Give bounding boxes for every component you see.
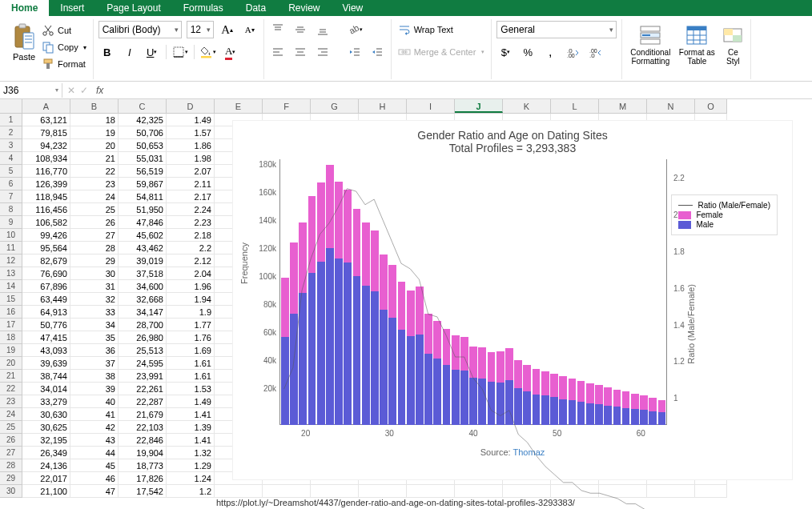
conditional-formatting-button[interactable]: Conditional Formatting [627, 21, 673, 78]
cell-D12[interactable]: 2.12 [167, 254, 215, 267]
col-header-E[interactable]: E [215, 99, 263, 113]
italic-button[interactable]: I [121, 43, 139, 61]
cell-B8[interactable]: 25 [70, 203, 119, 216]
cell-D29[interactable]: 1.24 [167, 472, 215, 485]
col-header-I[interactable]: I [407, 99, 455, 113]
cell-D21[interactable]: 1.61 [167, 370, 215, 383]
cell-C6[interactable]: 59,867 [119, 178, 167, 190]
cell-B27[interactable]: 44 [70, 447, 119, 459]
cell-A4[interactable]: 108,934 [22, 152, 70, 165]
cell-D19[interactable]: 1.69 [167, 344, 215, 357]
cell-A2[interactable]: 79,815 [22, 126, 70, 139]
cell-B21[interactable]: 38 [70, 370, 119, 383]
row-header-11[interactable]: 11 [0, 242, 22, 254]
cell-C24[interactable]: 21,679 [119, 408, 167, 421]
cell-C22[interactable]: 22,261 [119, 383, 167, 395]
cell-D1[interactable]: 1.49 [167, 114, 215, 126]
col-header-B[interactable]: B [70, 99, 119, 113]
bold-button[interactable]: B [98, 43, 116, 61]
cell-C23[interactable]: 22,287 [119, 395, 167, 408]
align-bottom-button[interactable] [314, 21, 332, 38]
tab-page-layout[interactable]: Page Layout [95, 0, 171, 16]
row-header-21[interactable]: 21 [0, 370, 22, 383]
decrease-font-button[interactable]: A▾ [241, 21, 259, 38]
cell-C5[interactable]: 56,519 [119, 165, 167, 178]
wrap-text-button[interactable]: Wrap Text [396, 22, 455, 37]
cell-C9[interactable]: 47,846 [119, 216, 167, 229]
row-header-14[interactable]: 14 [0, 280, 22, 293]
row-header-6[interactable]: 6 [0, 178, 22, 190]
cell-A5[interactable]: 116,770 [22, 165, 70, 178]
cell-D11[interactable]: 2.2 [167, 242, 215, 254]
align-left-button[interactable] [269, 43, 287, 61]
cell-D17[interactable]: 1.77 [167, 319, 215, 331]
col-header-N[interactable]: N [647, 99, 695, 113]
cell-styles-button[interactable]: CeStyl [720, 21, 746, 78]
cut-button[interactable]: Cut [40, 23, 88, 38]
select-all-corner[interactable] [0, 99, 22, 113]
cell-C1[interactable]: 42,325 [119, 114, 167, 126]
comma-button[interactable]: , [541, 43, 559, 61]
cell-C19[interactable]: 25,513 [119, 344, 167, 357]
cell-A19[interactable]: 43,093 [22, 344, 70, 357]
decrease-decimal-button[interactable]: .00.0 [586, 43, 604, 61]
cell-C15[interactable]: 32,668 [119, 293, 167, 306]
border-button[interactable]: ▾ [171, 43, 189, 61]
row-header-9[interactable]: 9 [0, 216, 22, 229]
row-header-4[interactable]: 4 [0, 152, 22, 165]
cell-D30[interactable]: 1.2 [167, 485, 215, 498]
cell-A17[interactable]: 50,776 [22, 319, 70, 331]
tab-insert[interactable]: Insert [49, 0, 95, 16]
row-header-12[interactable]: 12 [0, 254, 22, 267]
cell-D3[interactable]: 1.86 [167, 139, 215, 152]
cell-B28[interactable]: 45 [70, 459, 119, 472]
row-header-7[interactable]: 7 [0, 190, 22, 203]
cell-B16[interactable]: 33 [70, 306, 119, 319]
cell-B20[interactable]: 37 [70, 357, 119, 370]
cell-A25[interactable]: 30,625 [22, 421, 70, 434]
row-header-26[interactable]: 26 [0, 434, 22, 447]
cell-B10[interactable]: 27 [70, 229, 119, 242]
row-header-15[interactable]: 15 [0, 293, 22, 306]
col-header-J[interactable]: J [455, 99, 503, 113]
font-color-button[interactable]: A▾ [222, 43, 239, 61]
cell-A10[interactable]: 99,426 [22, 229, 70, 242]
cell-D24[interactable]: 1.41 [167, 408, 215, 421]
row-header-24[interactable]: 24 [0, 408, 22, 421]
cell-B30[interactable]: 47 [70, 485, 119, 498]
increase-font-button[interactable]: A▴ [219, 21, 236, 38]
cell-B25[interactable]: 42 [70, 421, 119, 434]
col-header-H[interactable]: H [359, 99, 407, 113]
cell-A6[interactable]: 126,399 [22, 178, 70, 190]
cell-C12[interactable]: 39,019 [119, 254, 167, 267]
cell-B3[interactable]: 20 [70, 139, 119, 152]
number-format-select[interactable]: General [496, 21, 617, 38]
cell-D16[interactable]: 1.9 [167, 306, 215, 319]
cell-A22[interactable]: 34,014 [22, 383, 70, 395]
cell-D23[interactable]: 1.49 [167, 395, 215, 408]
cell-A7[interactable]: 118,945 [22, 190, 70, 203]
cell-D20[interactable]: 1.61 [167, 357, 215, 370]
row-header-5[interactable]: 5 [0, 165, 22, 178]
row-header-29[interactable]: 29 [0, 472, 22, 485]
cell-O30[interactable] [695, 485, 727, 498]
cell-A20[interactable]: 39,639 [22, 357, 70, 370]
cell-E30[interactable] [215, 485, 263, 498]
cell-D2[interactable]: 1.57 [167, 126, 215, 139]
cell-A1[interactable]: 63,121 [22, 114, 70, 126]
cell-C29[interactable]: 17,826 [119, 472, 167, 485]
cancel-icon[interactable]: ✕ [67, 85, 75, 96]
decrease-indent-button[interactable] [346, 43, 364, 61]
tab-review[interactable]: Review [277, 0, 331, 16]
row-header-22[interactable]: 22 [0, 383, 22, 395]
cell-B22[interactable]: 39 [70, 383, 119, 395]
formula-input[interactable] [107, 83, 812, 98]
row-header-18[interactable]: 18 [0, 331, 22, 344]
cell-B29[interactable]: 46 [70, 472, 119, 485]
tab-view[interactable]: View [331, 0, 374, 16]
cell-C27[interactable]: 19,904 [119, 447, 167, 459]
cell-D8[interactable]: 2.24 [167, 203, 215, 216]
cell-D15[interactable]: 1.94 [167, 293, 215, 306]
cell-B26[interactable]: 43 [70, 434, 119, 447]
cell-D7[interactable]: 2.17 [167, 190, 215, 203]
